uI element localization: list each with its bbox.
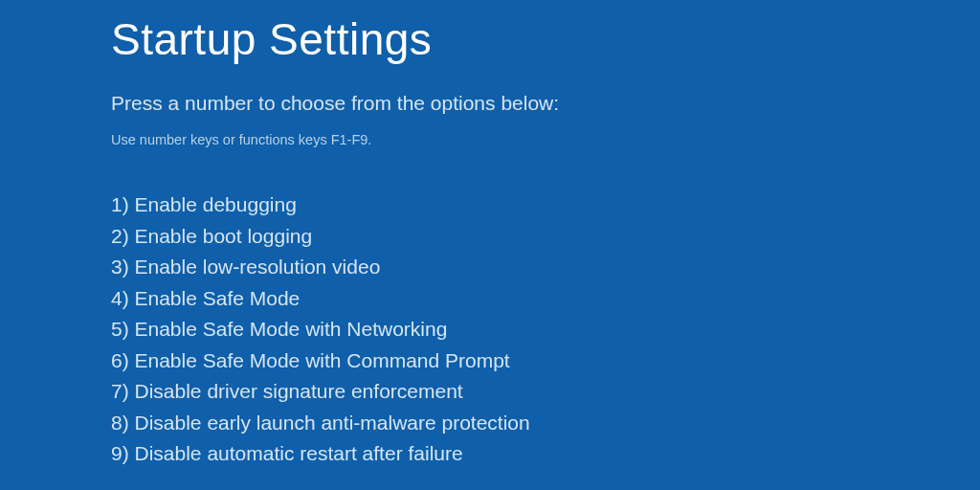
instruction-text: Press a number to choose from the option… — [111, 92, 980, 115]
option-enable-boot-logging[interactable]: 2) Enable boot logging — [111, 221, 980, 253]
option-disable-early-launch-anti-malware[interactable]: 8) Disable early launch anti-malware pro… — [111, 408, 980, 439]
option-enable-safe-mode-networking[interactable]: 5) Enable Safe Mode with Networking — [111, 314, 980, 345]
option-enable-debugging[interactable]: 1) Enable debugging — [111, 189, 980, 221]
option-enable-safe-mode[interactable]: 4) Enable Safe Mode — [111, 283, 980, 315]
page-title: Startup Settings — [111, 13, 980, 65]
option-enable-low-resolution-video[interactable]: 3) Enable low-resolution video — [111, 252, 980, 283]
option-enable-safe-mode-command-prompt[interactable]: 6) Enable Safe Mode with Command Prompt — [111, 345, 980, 377]
hint-text: Use number keys or functions keys F1-F9. — [111, 132, 980, 147]
option-disable-driver-signature-enforcement[interactable]: 7) Disable driver signature enforcement — [111, 376, 980, 408]
option-disable-automatic-restart[interactable]: 9) Disable automatic restart after failu… — [111, 438, 980, 470]
startup-options-list: 1) Enable debugging 2) Enable boot loggi… — [111, 189, 980, 470]
